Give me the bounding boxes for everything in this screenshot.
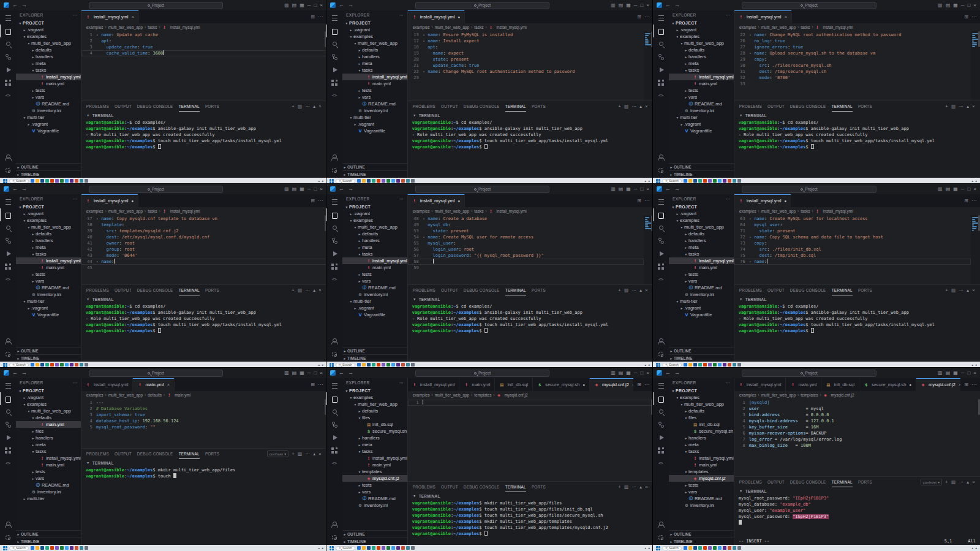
breadcrumb-item[interactable]: defaults xyxy=(148,393,162,397)
editor-tab[interactable]: !install_mysql.yml● xyxy=(81,194,138,207)
app-icon[interactable] xyxy=(386,363,390,367)
explorer-view-icon[interactable] xyxy=(326,25,342,37)
new-terminal-icon[interactable]: + xyxy=(945,104,948,109)
project-root-item[interactable]: ▾PROJECT xyxy=(16,20,81,26)
account-icon[interactable] xyxy=(0,151,16,164)
app-icon[interactable] xyxy=(377,179,380,183)
account-icon[interactable] xyxy=(0,518,16,531)
panel-tab[interactable]: OUTPUT xyxy=(441,101,458,112)
tree-item[interactable]: ▸meta xyxy=(669,60,734,67)
panel-tab[interactable]: PROBLEMS xyxy=(86,285,109,295)
tree-item[interactable]: ▸vars xyxy=(342,94,407,101)
minimize-icon[interactable]: ─ xyxy=(634,0,638,10)
tree-item[interactable]: ▾tasks xyxy=(16,251,81,257)
tree-item[interactable]: ▾files xyxy=(342,414,407,421)
panel-tab[interactable]: TERMINAL xyxy=(505,101,526,112)
app-icon[interactable] xyxy=(80,179,83,183)
taskbar-search[interactable]: Search xyxy=(336,179,355,183)
app-icon[interactable] xyxy=(60,546,64,550)
tree-item[interactable]: ▾examples xyxy=(342,33,407,40)
tree-item[interactable]: ▸handlers xyxy=(669,53,734,60)
panel-tab[interactable]: DEBUG CONSOLE xyxy=(137,449,173,459)
tree-item[interactable]: ▸.vagrant xyxy=(16,305,81,311)
outline-section[interactable]: ▸ OUTLINE xyxy=(16,530,81,538)
close-icon[interactable]: × xyxy=(320,0,323,10)
remote-explorer-icon[interactable]: <> xyxy=(0,89,16,102)
account-icon[interactable] xyxy=(653,518,669,531)
minimize-icon[interactable]: ─ xyxy=(961,0,965,10)
timeline-section[interactable]: ▸ TIMELINE xyxy=(342,170,407,178)
panel-tab[interactable]: TERMINAL xyxy=(505,482,526,492)
split-terminal-icon[interactable]: ▥ xyxy=(951,287,956,293)
editor[interactable]: 63- name: Create MySQL user for localhos… xyxy=(734,215,980,284)
tree-item[interactable]: ▾tasks xyxy=(669,251,734,257)
app-icon[interactable] xyxy=(713,363,717,367)
settings-gear-icon[interactable] xyxy=(0,348,16,360)
tree-item[interactable]: VVagrantfile xyxy=(669,127,734,134)
toggle-panel-icon[interactable]: ▥ xyxy=(284,0,289,10)
tree-item[interactable]: ▸multi-tier xyxy=(16,495,81,502)
tree-item[interactable]: ▸tests xyxy=(16,87,81,94)
app-icon[interactable] xyxy=(401,546,405,550)
command-center-search[interactable]: Project xyxy=(89,2,223,9)
code-area[interactable]: 1 xyxy=(408,399,653,481)
panel-tab[interactable]: DEBUG CONSOLE xyxy=(790,101,826,112)
app-icon[interactable] xyxy=(75,179,78,183)
app-icon[interactable] xyxy=(693,179,697,183)
app-icon[interactable] xyxy=(80,363,83,367)
app-icon[interactable] xyxy=(396,546,400,550)
app-icon[interactable] xyxy=(401,179,405,183)
app-icon[interactable] xyxy=(406,363,410,367)
remote-explorer-icon[interactable]: <> xyxy=(0,273,16,286)
app-icon[interactable] xyxy=(723,363,726,367)
tree-item[interactable]: ▸vars xyxy=(669,94,734,101)
app-icon[interactable] xyxy=(733,179,736,183)
app-icon[interactable] xyxy=(406,546,410,550)
panel-tab[interactable]: TERMINAL xyxy=(505,285,526,295)
app-icon[interactable] xyxy=(728,179,731,183)
remote-explorer-icon[interactable]: <> xyxy=(653,89,669,102)
tree-item[interactable]: ⓘREADME.md xyxy=(16,284,81,291)
forward-button[interactable]: → xyxy=(674,368,680,378)
close-icon[interactable]: × xyxy=(646,184,649,194)
new-terminal-icon[interactable]: + xyxy=(292,287,295,293)
app-icon[interactable] xyxy=(70,546,74,550)
app-icon[interactable] xyxy=(703,179,707,183)
remote-explorer-icon[interactable]: <> xyxy=(326,273,342,286)
terminal-more-icon[interactable]: ⋯ xyxy=(305,451,310,457)
editor[interactable]: 48- name: Create a database49 mysql_db:5… xyxy=(408,215,653,284)
tree-item[interactable]: ▾multi_tier_web_app xyxy=(669,224,734,230)
app-icon[interactable] xyxy=(391,179,395,183)
code-area[interactable]: 13- name: Ensure PyMySQL is installed17-… xyxy=(408,31,644,101)
panel-tab[interactable]: PROBLEMS xyxy=(739,477,762,487)
split-terminal-icon[interactable]: ▥ xyxy=(298,104,302,109)
maximize-icon[interactable]: □ xyxy=(314,368,317,378)
editor-tab[interactable]: !main.yml× xyxy=(133,378,175,391)
tree-item[interactable]: ▸.vagrant xyxy=(342,305,407,311)
back-button[interactable]: ← xyxy=(338,184,345,194)
panel-tab[interactable]: OUTPUT xyxy=(441,482,458,492)
panel-tab[interactable]: PROBLEMS xyxy=(413,101,435,112)
toggle-panel-icon[interactable]: ▥ xyxy=(938,0,943,10)
breadcrumb-item[interactable]: install_mysql.yml xyxy=(497,209,527,213)
close-panel-icon[interactable]: × xyxy=(318,287,322,293)
app-icon[interactable] xyxy=(65,363,69,367)
app-icon[interactable] xyxy=(411,179,415,183)
tree-item[interactable]: ⚙inventory.ini xyxy=(16,107,81,114)
app-icon[interactable] xyxy=(391,363,395,367)
explorer-view-icon[interactable] xyxy=(653,392,669,405)
tree-item[interactable]: ▾files xyxy=(669,414,734,421)
new-terminal-icon[interactable]: + xyxy=(618,104,621,109)
tree-item[interactable]: ▾multi_tier_web_app xyxy=(16,224,81,230)
extensions-icon[interactable] xyxy=(0,260,16,273)
breadcrumb-item[interactable]: main.yml xyxy=(175,393,190,397)
explorer-view-icon[interactable] xyxy=(0,25,16,37)
tree-item[interactable]: ◈mysqld.cnf.j2 xyxy=(342,475,407,482)
minimize-icon[interactable]: ─ xyxy=(634,184,638,194)
project-root-item[interactable]: ▾PROJECT xyxy=(16,203,81,210)
tree-item[interactable]: ▸meta xyxy=(16,441,81,448)
tree-item[interactable]: ▸handlers xyxy=(669,435,734,441)
maximize-panel-icon[interactable]: ▴ xyxy=(967,104,969,109)
tray-chevron-icon[interactable]: ▴ xyxy=(971,179,973,183)
system-tray[interactable]: ▴ ● xyxy=(318,363,323,367)
